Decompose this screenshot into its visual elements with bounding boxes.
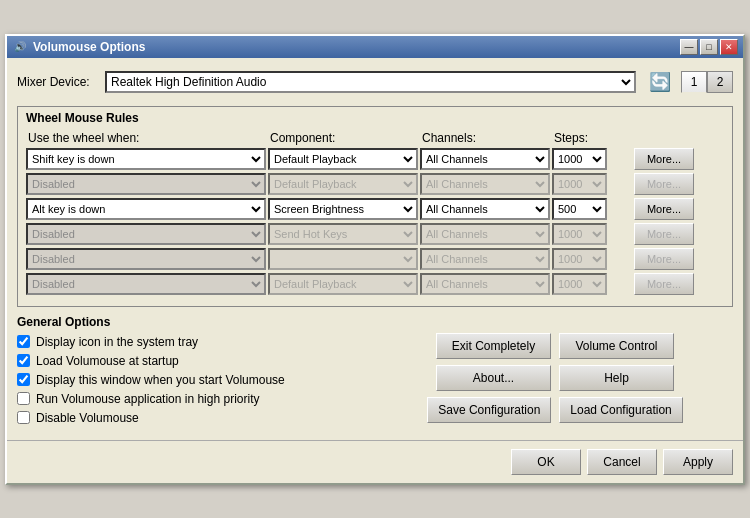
checkbox-system-tray: Display icon in the system tray bbox=[17, 335, 367, 349]
row4-steps-select: 1000 bbox=[552, 248, 607, 270]
row2-when-select[interactable]: Alt key is down bbox=[26, 198, 266, 220]
tab-1-button[interactable]: 1 bbox=[681, 71, 707, 93]
row2-component-select[interactable]: Screen Brightness bbox=[268, 198, 418, 220]
row5-steps-select: 1000 bbox=[552, 273, 607, 295]
checkbox-disable: Disable Volumouse bbox=[17, 411, 367, 425]
row1-channels-select: All Channels bbox=[420, 173, 550, 195]
table-row: Disabled All Channels 1000 More... bbox=[26, 248, 724, 270]
minimize-button[interactable]: — bbox=[680, 39, 698, 55]
restore-button[interactable]: □ bbox=[700, 39, 718, 55]
mixer-icons: 🔄 1 2 bbox=[644, 66, 733, 98]
row0-steps-cell: 1000 bbox=[552, 148, 632, 170]
table-row: Disabled Default Playback All Channels 1… bbox=[26, 273, 724, 295]
main-window: 🔊 Volumouse Options — □ ✕ Mixer Device: … bbox=[5, 34, 745, 485]
checkbox-startup: Load Volumouse at startup bbox=[17, 354, 367, 368]
mixer-label: Mixer Device: bbox=[17, 75, 97, 89]
col-headers: Use the wheel when: Component: Channels:… bbox=[26, 131, 724, 145]
row1-steps-select: 1000 bbox=[552, 173, 607, 195]
general-options-label: General Options bbox=[17, 315, 367, 329]
window-title: Volumouse Options bbox=[33, 40, 680, 54]
tab-buttons: 1 2 bbox=[681, 71, 733, 93]
row3-when-select[interactable]: Disabled bbox=[26, 223, 266, 245]
checkbox-high-priority: Run Volumouse application in high priori… bbox=[17, 392, 367, 406]
row5-channels-select: All Channels bbox=[420, 273, 550, 295]
row1-steps-cell: 1000 bbox=[552, 173, 632, 195]
row0-steps-select[interactable]: 1000 bbox=[552, 148, 607, 170]
wheel-rules-label: Wheel Mouse Rules bbox=[26, 111, 724, 125]
checkbox-display-window: Display this window when you start Volum… bbox=[17, 373, 367, 387]
col-header-steps: Steps: bbox=[554, 131, 634, 145]
row4-when-select[interactable]: Disabled bbox=[26, 248, 266, 270]
row5-component-select: Default Playback bbox=[268, 273, 418, 295]
tab-2-button[interactable]: 2 bbox=[707, 71, 733, 93]
checkbox-startup-label: Load Volumouse at startup bbox=[36, 354, 179, 368]
row1-component-select: Default Playback bbox=[268, 173, 418, 195]
row3-steps-select: 1000 bbox=[552, 223, 607, 245]
checkbox-display-window-label: Display this window when you start Volum… bbox=[36, 373, 285, 387]
row4-channels-select: All Channels bbox=[420, 248, 550, 270]
general-options: General Options Display icon in the syst… bbox=[17, 315, 367, 430]
row5-more-button: More... bbox=[634, 273, 694, 295]
row2-channels-select[interactable]: All Channels bbox=[420, 198, 550, 220]
refresh-icon[interactable]: 🔄 bbox=[644, 66, 676, 98]
exit-completely-button[interactable]: Exit Completely bbox=[436, 333, 551, 359]
volume-control-button[interactable]: Volume Control bbox=[559, 333, 674, 359]
row0-more-button[interactable]: More... bbox=[634, 148, 694, 170]
row2-more-button[interactable]: More... bbox=[634, 198, 694, 220]
row0-channels-select[interactable]: All Channels bbox=[420, 148, 550, 170]
action-row-3: Save Configuration Load Configuration bbox=[377, 397, 733, 423]
row2-steps-cell: 500 bbox=[552, 198, 632, 220]
ok-button[interactable]: OK bbox=[511, 449, 581, 475]
content-area: Mixer Device: Realtek High Definition Au… bbox=[7, 58, 743, 440]
row4-steps-cell: 1000 bbox=[552, 248, 632, 270]
about-button[interactable]: About... bbox=[436, 365, 551, 391]
checkbox-disable-label: Disable Volumouse bbox=[36, 411, 139, 425]
mixer-row: Mixer Device: Realtek High Definition Au… bbox=[17, 66, 733, 98]
action-row-1: Exit Completely Volume Control bbox=[377, 333, 733, 359]
load-configuration-button[interactable]: Load Configuration bbox=[559, 397, 682, 423]
checkbox-system-tray-input[interactable] bbox=[17, 335, 30, 348]
col-header-when: Use the wheel when: bbox=[28, 131, 268, 145]
row1-more-button: More... bbox=[634, 173, 694, 195]
table-row: Shift key is down Default Playback All C… bbox=[26, 148, 724, 170]
save-configuration-button[interactable]: Save Configuration bbox=[427, 397, 551, 423]
row4-more-button: More... bbox=[634, 248, 694, 270]
row2-steps-select[interactable]: 500 bbox=[552, 198, 607, 220]
checkbox-high-priority-label: Run Volumouse application in high priori… bbox=[36, 392, 259, 406]
row4-component-select bbox=[268, 248, 418, 270]
col-header-component: Component: bbox=[270, 131, 420, 145]
close-button[interactable]: ✕ bbox=[720, 39, 738, 55]
table-row: Disabled Default Playback All Channels 1… bbox=[26, 173, 724, 195]
row0-when-select[interactable]: Shift key is down bbox=[26, 148, 266, 170]
checkbox-startup-input[interactable] bbox=[17, 354, 30, 367]
table-row: Disabled Send Hot Keys All Channels 1000… bbox=[26, 223, 724, 245]
row3-channels-select: All Channels bbox=[420, 223, 550, 245]
checkbox-high-priority-input[interactable] bbox=[17, 392, 30, 405]
row0-component-select[interactable]: Default Playback bbox=[268, 148, 418, 170]
action-row-2: About... Help bbox=[377, 365, 733, 391]
wheel-rules-group: Wheel Mouse Rules Use the wheel when: Co… bbox=[17, 106, 733, 307]
row1-when-select[interactable]: Disabled bbox=[26, 173, 266, 195]
titlebar-buttons: — □ ✕ bbox=[680, 39, 738, 55]
checkbox-display-window-input[interactable] bbox=[17, 373, 30, 386]
window-icon: 🔊 bbox=[12, 39, 28, 55]
row3-component-select: Send Hot Keys bbox=[268, 223, 418, 245]
mixer-device-select[interactable]: Realtek High Definition Audio bbox=[105, 71, 636, 93]
apply-button[interactable]: Apply bbox=[663, 449, 733, 475]
row3-more-button: More... bbox=[634, 223, 694, 245]
row5-when-select[interactable]: Disabled bbox=[26, 273, 266, 295]
titlebar: 🔊 Volumouse Options — □ ✕ bbox=[7, 36, 743, 58]
checkbox-disable-input[interactable] bbox=[17, 411, 30, 424]
bottom-area: General Options Display icon in the syst… bbox=[17, 315, 733, 430]
help-button[interactable]: Help bbox=[559, 365, 674, 391]
row5-steps-cell: 1000 bbox=[552, 273, 632, 295]
col-header-more bbox=[636, 131, 696, 145]
dialog-footer: OK Cancel Apply bbox=[7, 440, 743, 483]
checkbox-system-tray-label: Display icon in the system tray bbox=[36, 335, 198, 349]
action-buttons: Exit Completely Volume Control About... … bbox=[377, 315, 733, 430]
table-row: Alt key is down Screen Brightness All Ch… bbox=[26, 198, 724, 220]
row3-steps-cell: 1000 bbox=[552, 223, 632, 245]
col-header-channels: Channels: bbox=[422, 131, 552, 145]
cancel-button[interactable]: Cancel bbox=[587, 449, 657, 475]
